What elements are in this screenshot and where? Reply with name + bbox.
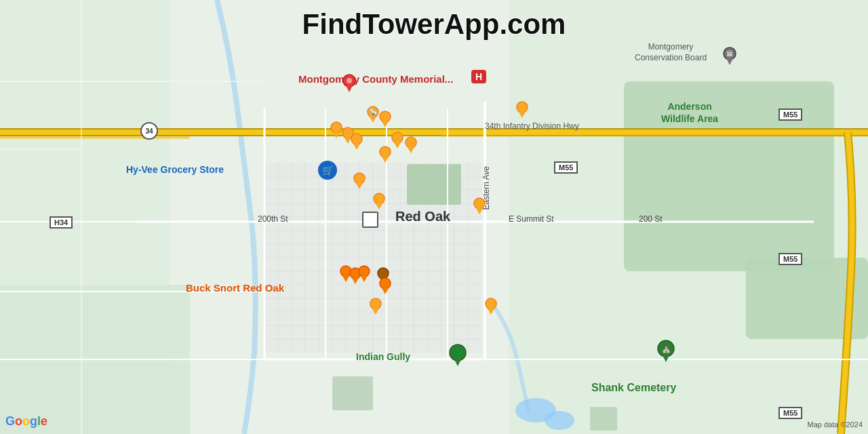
svg-marker-78 bbox=[394, 142, 401, 149]
svg-point-89 bbox=[370, 298, 381, 309]
pin-tower-14[interactable] bbox=[484, 297, 498, 317]
pin-tower-3[interactable] bbox=[515, 100, 529, 121]
google-logo: Google bbox=[5, 414, 47, 429]
pin-tower-1[interactable]: 📡 bbox=[366, 105, 380, 125]
label-hy-vee: Hy-Vee Grocery Store bbox=[126, 164, 224, 175]
svg-point-85 bbox=[374, 193, 384, 204]
pin-orange-cluster-5[interactable] bbox=[378, 277, 392, 297]
pin-tower-7[interactable] bbox=[391, 131, 404, 151]
badge-h34: H34 bbox=[50, 216, 73, 229]
svg-marker-76 bbox=[353, 144, 360, 150]
svg-marker-72 bbox=[333, 132, 340, 138]
svg-rect-60 bbox=[363, 212, 378, 227]
pin-tower-12[interactable] bbox=[473, 197, 486, 217]
label-infantry-hwy: 34th Infantry Division Hwy bbox=[485, 121, 579, 131]
label-200-st: 200 St bbox=[639, 214, 663, 224]
pin-tower-9[interactable] bbox=[378, 145, 392, 165]
pin-conservation[interactable]: 🏛 bbox=[722, 46, 737, 68]
label-200th-st: 200th St bbox=[258, 214, 288, 224]
pin-tower-2[interactable] bbox=[378, 110, 392, 130]
svg-marker-88 bbox=[476, 208, 483, 214]
pin-indian-gully[interactable]: 🌲 bbox=[448, 343, 467, 369]
pin-tower-13[interactable] bbox=[369, 297, 382, 317]
svg-marker-98 bbox=[361, 276, 368, 282]
svg-text:🏛: 🏛 bbox=[726, 50, 733, 58]
pin-montgomery-1[interactable] bbox=[342, 73, 357, 95]
svg-marker-84 bbox=[356, 183, 363, 189]
pin-cemetery[interactable]: ⛪ bbox=[656, 339, 675, 365]
svg-point-39 bbox=[545, 411, 574, 430]
label-red-oak: Red Oak bbox=[395, 209, 450, 224]
badge-m55-se: M55 bbox=[778, 253, 802, 265]
label-conservation-board: MontgomeryConservation Board bbox=[635, 42, 707, 63]
svg-marker-102 bbox=[382, 288, 389, 294]
svg-rect-35 bbox=[407, 164, 461, 205]
svg-marker-110 bbox=[726, 58, 733, 65]
badge-m55-ne: M55 bbox=[778, 108, 802, 121]
svg-text:📡: 📡 bbox=[369, 108, 378, 117]
svg-point-91 bbox=[486, 298, 496, 309]
svg-point-83 bbox=[354, 173, 365, 184]
label-buck-snort: Buck Snort Red Oak bbox=[186, 282, 284, 294]
label-e-summit-st: E Summit St bbox=[509, 214, 554, 224]
pin-shopping[interactable]: 🛒 bbox=[318, 161, 337, 180]
svg-point-71 bbox=[331, 122, 342, 133]
svg-marker-80 bbox=[408, 147, 414, 153]
pin-tower-6[interactable] bbox=[350, 132, 363, 153]
svg-rect-36 bbox=[332, 376, 373, 410]
svg-marker-62 bbox=[346, 85, 353, 92]
svg-point-87 bbox=[474, 198, 485, 209]
site-title: FindTowerApp.com bbox=[302, 8, 566, 41]
label-anderson-wildlife: AndersonWildlife Area bbox=[661, 100, 718, 125]
svg-marker-82 bbox=[382, 157, 389, 163]
svg-marker-92 bbox=[488, 309, 494, 315]
badge-us34: 34 bbox=[140, 122, 158, 140]
svg-point-81 bbox=[380, 146, 391, 157]
svg-point-79 bbox=[406, 137, 416, 148]
badge-m55-s: M55 bbox=[778, 407, 802, 419]
pin-tower-8[interactable] bbox=[404, 136, 418, 156]
svg-text:⛪: ⛪ bbox=[661, 343, 671, 353]
svg-point-67 bbox=[380, 111, 391, 122]
svg-rect-4 bbox=[624, 81, 834, 271]
svg-marker-104 bbox=[454, 358, 462, 366]
pin-orange-cluster-3[interactable] bbox=[357, 264, 371, 285]
svg-marker-70 bbox=[519, 112, 526, 118]
pin-tower-11[interactable] bbox=[372, 192, 386, 212]
svg-point-75 bbox=[351, 134, 362, 144]
svg-point-63 bbox=[347, 78, 352, 83]
badge-m55-mid: M55 bbox=[554, 161, 578, 174]
svg-text:🌲: 🌲 bbox=[453, 347, 463, 357]
map-container: FindTowerApp.com Montgomery County Me​mo… bbox=[0, 0, 868, 434]
svg-marker-107 bbox=[662, 354, 670, 362]
label-shank-cemetery: Shank Cemetery bbox=[591, 382, 676, 394]
svg-marker-68 bbox=[382, 121, 389, 127]
label-montgomery-county: Montgomery County Me​morial... bbox=[298, 73, 453, 85]
map-data-text: Map data ©2024 bbox=[808, 420, 863, 429]
svg-point-77 bbox=[392, 132, 403, 143]
svg-point-101 bbox=[380, 278, 391, 289]
svg-marker-86 bbox=[376, 203, 382, 210]
svg-rect-37 bbox=[590, 407, 617, 431]
pin-hospital[interactable]: H bbox=[471, 70, 486, 83]
svg-marker-65 bbox=[370, 117, 376, 123]
label-indian-gully: Indian Gully bbox=[356, 351, 410, 362]
svg-point-69 bbox=[517, 102, 528, 113]
svg-point-97 bbox=[359, 266, 370, 277]
pin-tower-10[interactable] bbox=[353, 172, 366, 192]
svg-marker-90 bbox=[372, 309, 379, 315]
